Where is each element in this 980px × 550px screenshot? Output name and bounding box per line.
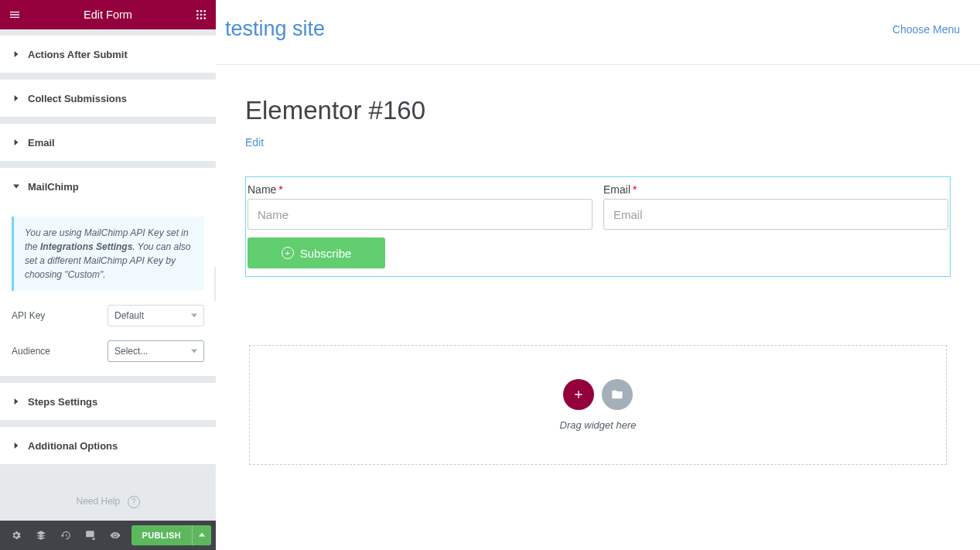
- section-additional-options[interactable]: Additional Options: [0, 427, 216, 464]
- label-text: Email: [603, 183, 630, 196]
- publish-button[interactable]: PUBLISH: [131, 525, 211, 545]
- responsive-icon[interactable]: [79, 521, 102, 550]
- svg-point-8: [203, 17, 206, 19]
- section-label: Additional Options: [28, 440, 118, 452]
- section-mailchimp[interactable]: MailChimp: [0, 168, 216, 205]
- name-label: Name*: [248, 183, 592, 196]
- caret-right-icon: [12, 398, 20, 405]
- form-widget[interactable]: Name* Email* + Subscribe: [245, 176, 951, 277]
- label-text: Name: [248, 183, 276, 196]
- section-label: Actions After Submit: [28, 49, 128, 60]
- caret-right-icon: [12, 94, 20, 102]
- caret-right-icon: [12, 442, 20, 449]
- audience-select[interactable]: Select...: [108, 340, 204, 362]
- page-title: Elementor #160: [245, 96, 951, 125]
- sidebar-footer: PUBLISH: [0, 521, 216, 550]
- template-library-button[interactable]: [602, 379, 633, 410]
- svg-point-2: [203, 10, 206, 12]
- section-actions-after-submit[interactable]: Actions After Submit: [0, 36, 216, 73]
- api-key-label: API Key: [12, 310, 45, 321]
- svg-point-3: [196, 14, 199, 16]
- mailchimp-info: You are using MailChimp API Key set in t…: [12, 217, 204, 291]
- svg-point-1: [200, 10, 203, 12]
- widget-dropzone[interactable]: Drag widget here: [249, 345, 947, 465]
- svg-point-5: [203, 14, 206, 16]
- caret-down-icon: [12, 183, 20, 190]
- name-input[interactable]: [248, 199, 592, 230]
- help-label: Need Help: [76, 496, 120, 507]
- need-help[interactable]: Need Help ?: [0, 465, 216, 521]
- preview-icon[interactable]: [104, 521, 127, 550]
- api-key-select[interactable]: Default: [108, 305, 204, 326]
- sidebar-header: Edit Form: [0, 0, 216, 29]
- svg-point-4: [200, 14, 203, 16]
- dropzone-hint: Drag widget here: [560, 419, 637, 431]
- menu-icon[interactable]: [8, 8, 22, 22]
- site-title[interactable]: testing site: [225, 17, 325, 41]
- apps-icon[interactable]: [194, 8, 208, 22]
- section-email[interactable]: Email: [0, 124, 216, 161]
- section-label: Steps Settings: [28, 396, 97, 408]
- svg-point-6: [196, 17, 199, 19]
- email-input[interactable]: [603, 199, 948, 230]
- plus-circle-icon: +: [282, 247, 294, 259]
- sidebar-title: Edit Form: [22, 9, 194, 21]
- subscribe-button[interactable]: + Subscribe: [248, 237, 385, 268]
- svg-point-7: [200, 17, 203, 19]
- edit-link[interactable]: Edit: [245, 136, 264, 149]
- email-label: Email*: [603, 183, 948, 196]
- history-icon[interactable]: [54, 521, 77, 550]
- section-label: Collect Submissions: [28, 93, 127, 104]
- editor-sidebar: Edit Form Actions After Submit Collect S…: [0, 0, 216, 550]
- subscribe-label: Subscribe: [300, 247, 352, 260]
- add-section-button[interactable]: [563, 379, 594, 410]
- section-steps-settings[interactable]: Steps Settings: [0, 383, 216, 420]
- chevron-down-icon: [191, 348, 197, 354]
- editor-canvas: testing site Choose Menu Elementor #160 …: [216, 0, 980, 550]
- chevron-down-icon: [191, 313, 197, 319]
- required-mark: *: [633, 183, 637, 196]
- settings-icon[interactable]: [5, 521, 28, 550]
- publish-options[interactable]: [192, 525, 211, 545]
- section-label: MailChimp: [28, 181, 79, 193]
- navigator-icon[interactable]: [29, 521, 53, 550]
- section-collect-submissions[interactable]: Collect Submissions: [0, 80, 216, 117]
- caret-right-icon: [12, 138, 20, 146]
- choose-menu-link[interactable]: Choose Menu: [893, 23, 960, 36]
- audience-label: Audience: [12, 346, 50, 357]
- info-bold: Integrations Settings: [40, 241, 132, 252]
- required-mark: *: [278, 183, 282, 196]
- caret-right-icon: [12, 50, 20, 58]
- help-icon: ?: [128, 496, 140, 508]
- select-value: Default: [114, 310, 144, 321]
- svg-point-0: [196, 10, 199, 12]
- section-label: Email: [28, 137, 55, 149]
- select-value: Select...: [114, 346, 148, 357]
- canvas-topbar: testing site Choose Menu: [216, 0, 980, 65]
- publish-label[interactable]: PUBLISH: [131, 531, 192, 540]
